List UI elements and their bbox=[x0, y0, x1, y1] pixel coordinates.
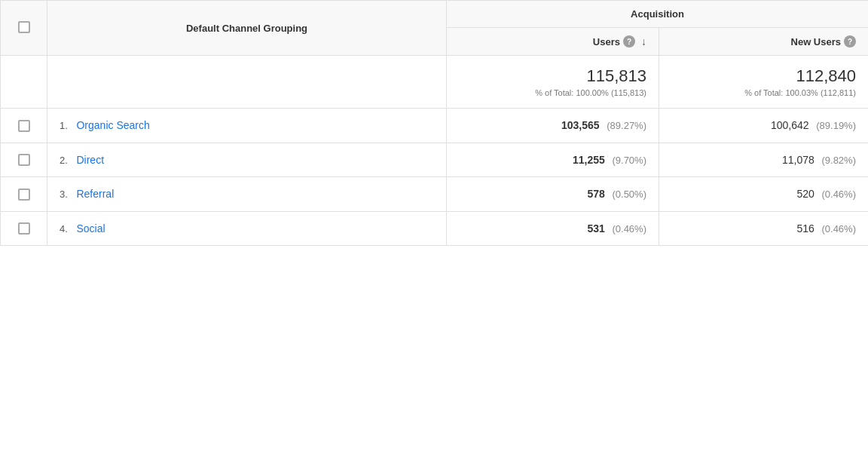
table-row: 1. Organic Search 103,565 (89.27%) 100,6… bbox=[1, 109, 869, 143]
row-users-main: 531 bbox=[587, 222, 604, 235]
row-channel-cell: 2. Direct bbox=[47, 143, 447, 177]
row-users-cell: 11,255 (9.70%) bbox=[447, 143, 659, 177]
totals-users-main: 115,813 bbox=[459, 66, 646, 86]
column-channel-header: Default Channel Grouping bbox=[47, 1, 447, 56]
table-row: 2. Direct 11,255 (9.70%) 11,078 (9.82%) bbox=[1, 143, 869, 177]
acquisition-label: Acquisition bbox=[631, 8, 684, 20]
channel-link[interactable]: Referral bbox=[76, 188, 114, 200]
row-checkbox-cell bbox=[1, 143, 47, 177]
row-users-pct: (0.46%) bbox=[612, 223, 646, 235]
row-newusers-cell: 100,642 (89.19%) bbox=[659, 109, 869, 143]
row-checkbox-cell bbox=[1, 211, 47, 246]
row-newusers-cell: 520 (0.46%) bbox=[659, 177, 869, 212]
row-newusers-pct: (0.46%) bbox=[821, 189, 856, 200]
newusers-column-header: New Users ? bbox=[659, 28, 869, 56]
table-row: 4. Social 531 (0.46%) 516 (0.46%) bbox=[1, 211, 869, 246]
totals-row: 115,813 % of Total: 100.00% (115,813) 11… bbox=[1, 56, 869, 109]
row-newusers-cell: 11,078 (9.82%) bbox=[659, 143, 869, 177]
row-newusers-cell: 516 (0.46%) bbox=[659, 211, 869, 246]
row-checkbox-4[interactable] bbox=[18, 222, 30, 235]
row-users-main: 103,565 bbox=[561, 119, 600, 131]
row-users-pct: (0.50%) bbox=[612, 189, 646, 200]
row-checkbox-3[interactable] bbox=[18, 189, 30, 201]
row-users-cell: 103,565 (89.27%) bbox=[447, 109, 659, 143]
row-newusers-pct: (0.46%) bbox=[821, 223, 856, 235]
newusers-label: New Users bbox=[791, 36, 841, 48]
row-newusers-main: 516 bbox=[796, 222, 814, 235]
row-newusers-pct: (9.82%) bbox=[821, 155, 856, 166]
totals-newusers-sub: % of Total: 100.03% (112,811) bbox=[671, 88, 856, 97]
row-users-cell: 578 (0.50%) bbox=[447, 177, 659, 212]
row-users-pct: (89.27%) bbox=[607, 120, 646, 131]
totals-newusers-main: 112,840 bbox=[671, 66, 856, 86]
row-number: 3. bbox=[60, 189, 68, 200]
row-checkbox-cell bbox=[1, 177, 47, 212]
totals-channel-cell bbox=[47, 56, 447, 109]
totals-users-cell: 115,813 % of Total: 100.00% (115,813) bbox=[447, 56, 659, 109]
channel-link[interactable]: Social bbox=[76, 222, 105, 235]
row-number: 4. bbox=[60, 223, 68, 235]
row-users-main: 578 bbox=[587, 188, 604, 200]
row-channel-cell: 3. Referral bbox=[47, 177, 447, 212]
totals-users-sub: % of Total: 100.00% (115,813) bbox=[459, 88, 646, 97]
totals-newusers-cell: 112,840 % of Total: 100.03% (112,811) bbox=[659, 56, 869, 109]
row-number: 2. bbox=[60, 155, 68, 166]
users-sort-arrow[interactable]: ↓ bbox=[641, 35, 646, 48]
channel-link[interactable]: Organic Search bbox=[76, 119, 149, 131]
header-checkbox[interactable] bbox=[18, 21, 30, 33]
row-newusers-main: 520 bbox=[796, 188, 814, 200]
users-label: Users bbox=[593, 36, 620, 48]
totals-check-cell bbox=[1, 56, 47, 109]
row-checkbox-1[interactable] bbox=[18, 120, 30, 132]
row-checkbox-cell bbox=[1, 109, 47, 143]
row-users-pct: (9.70%) bbox=[612, 155, 646, 166]
row-channel-cell: 1. Organic Search bbox=[47, 109, 447, 143]
row-newusers-main: 11,078 bbox=[782, 154, 815, 166]
channel-header-label: Default Channel Grouping bbox=[186, 23, 307, 34]
acquisition-header: Acquisition bbox=[447, 1, 869, 28]
analytics-table: Default Channel Grouping Acquisition Use… bbox=[0, 0, 868, 246]
newusers-help-icon[interactable]: ? bbox=[844, 35, 856, 48]
row-newusers-main: 100,642 bbox=[771, 119, 809, 131]
channel-link[interactable]: Direct bbox=[76, 154, 104, 166]
row-users-cell: 531 (0.46%) bbox=[447, 211, 659, 246]
row-channel-cell: 4. Social bbox=[47, 211, 447, 246]
row-number: 1. bbox=[60, 120, 68, 131]
users-column-header: Users ? ↓ bbox=[447, 28, 659, 56]
row-checkbox-2[interactable] bbox=[18, 154, 30, 166]
row-newusers-pct: (89.19%) bbox=[816, 120, 856, 131]
header-row-1: Default Channel Grouping Acquisition bbox=[1, 1, 869, 28]
row-users-main: 11,255 bbox=[573, 154, 605, 166]
table-row: 3. Referral 578 (0.50%) 520 (0.46%) bbox=[1, 177, 869, 212]
users-help-icon[interactable]: ? bbox=[623, 35, 635, 48]
